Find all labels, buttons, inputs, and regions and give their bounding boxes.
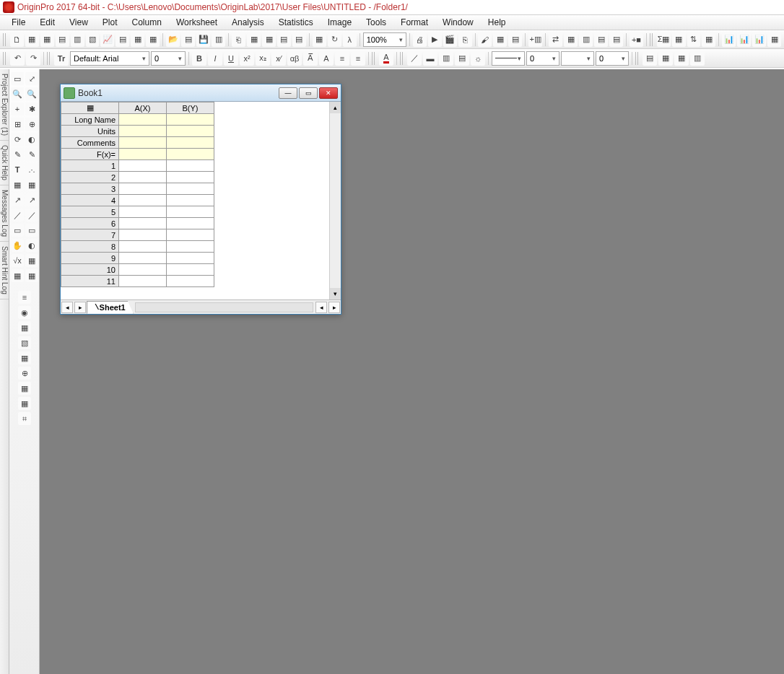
layer7-icon[interactable]: ▦ xyxy=(18,382,31,395)
chart4-icon[interactable]: ▦ xyxy=(767,32,781,47)
cell[interactable] xyxy=(167,253,214,264)
panner-icon[interactable]: ⊞ xyxy=(11,118,24,131)
zoom-combo[interactable]: 100% xyxy=(363,32,406,47)
worksheet-grid[interactable]: ▦ A(X) B(Y) Long Name Units Comments F(x… xyxy=(61,102,214,287)
row-header[interactable]: 7 xyxy=(61,229,119,241)
layout-icon[interactable]: ▥ xyxy=(690,51,705,66)
align-center-icon[interactable]: ≡ xyxy=(351,51,365,66)
extract-icon[interactable]: ▦ xyxy=(674,51,689,66)
new-graph-icon[interactable]: ▤ xyxy=(56,32,69,47)
toolbar-grip[interactable] xyxy=(372,52,376,65)
cell[interactable] xyxy=(119,160,167,172)
reimport-icon[interactable]: ▤ xyxy=(277,32,291,47)
code-builder-icon[interactable]: ▤ xyxy=(508,32,522,47)
slideshow-icon[interactable]: ▶ xyxy=(428,32,442,47)
tab-nav-first[interactable]: ◂ xyxy=(61,302,73,313)
toolbar-grip[interactable] xyxy=(400,52,404,65)
menu-column[interactable]: Column xyxy=(125,16,169,29)
hscroll-right[interactable]: ▸ xyxy=(328,302,340,313)
cell[interactable] xyxy=(167,206,214,218)
cell[interactable] xyxy=(119,218,167,229)
template-icon[interactable]: ▦ xyxy=(131,32,144,47)
line-color-icon[interactable]: ／ xyxy=(407,51,422,66)
scroll-up-icon[interactable]: ▴ xyxy=(330,102,341,113)
marker-size-combo[interactable]: 0 xyxy=(596,51,629,66)
scroll-down-icon[interactable]: ▾ xyxy=(330,288,341,299)
draw-data-icon[interactable]: ✎ xyxy=(25,148,38,161)
screen-reader-icon[interactable]: 🔍 xyxy=(25,87,38,100)
layer5-icon[interactable]: ▦ xyxy=(18,351,31,364)
pointer-icon[interactable]: ▭ xyxy=(11,72,24,85)
chart3-icon[interactable]: 📊 xyxy=(752,32,766,47)
row-header[interactable]: 6 xyxy=(61,218,119,229)
menu-plot[interactable]: Plot xyxy=(95,16,125,29)
fill-color-icon[interactable]: ▬ xyxy=(423,51,437,66)
smart-hint-log-tab[interactable]: Smart Hint Log xyxy=(0,242,9,299)
new-notes-icon[interactable]: ▤ xyxy=(116,32,129,47)
row-header[interactable]: 8 xyxy=(61,241,119,253)
menu-view[interactable]: View xyxy=(62,16,95,29)
project-explorer-tab[interactable]: Project Explorer (1) xyxy=(0,69,9,141)
underline-icon[interactable]: U xyxy=(224,51,238,66)
digitizer-icon[interactable]: ▦ xyxy=(493,32,507,47)
comments-header[interactable]: Comments xyxy=(61,137,119,149)
menu-help[interactable]: Help xyxy=(481,16,513,29)
row-header[interactable]: 5 xyxy=(61,206,119,218)
recalculate-icon[interactable]: λ xyxy=(343,32,357,47)
cell[interactable] xyxy=(119,241,167,253)
cell[interactable] xyxy=(167,183,214,195)
sum-icon[interactable]: Σ▦ xyxy=(657,32,671,47)
row-header[interactable]: 2 xyxy=(61,172,119,183)
rotate-icon[interactable]: ⟳ xyxy=(11,133,24,146)
insert-graph-icon[interactable]: ▦ xyxy=(25,269,38,282)
open-icon[interactable]: 📂 xyxy=(166,32,180,47)
anti-alias-icon[interactable]: ▤ xyxy=(643,51,657,66)
line-tool-icon[interactable]: ↗ xyxy=(11,193,24,206)
refresh-icon[interactable]: ↻ xyxy=(328,32,341,47)
cell[interactable] xyxy=(119,183,167,195)
cell[interactable] xyxy=(119,126,167,137)
italic-icon[interactable]: I xyxy=(208,51,222,66)
layer2-icon[interactable]: ◉ xyxy=(18,306,31,319)
light-icon[interactable]: ☼ xyxy=(471,51,485,66)
send-graph-icon[interactable]: ▥ xyxy=(579,32,593,47)
import-wizard-icon[interactable]: ⎗ xyxy=(232,32,245,47)
cell[interactable] xyxy=(119,149,167,160)
font-big-icon[interactable]: A xyxy=(319,51,334,66)
close-button[interactable]: ✕ xyxy=(319,87,338,99)
add-columns-icon[interactable]: +▥ xyxy=(528,32,542,47)
send-data-icon[interactable]: ▦ xyxy=(564,32,578,47)
new-function-icon[interactable]: 📈 xyxy=(100,32,114,47)
cell[interactable] xyxy=(119,172,167,183)
cell[interactable] xyxy=(119,114,167,126)
command-window-icon[interactable]: ▤ xyxy=(594,32,608,47)
import-multiple-icon[interactable]: ▦ xyxy=(262,32,276,47)
cell[interactable] xyxy=(167,160,214,172)
cell[interactable] xyxy=(119,229,167,241)
row-header[interactable]: 3 xyxy=(61,183,119,195)
pan-icon[interactable]: ✋ xyxy=(11,239,24,252)
cell[interactable] xyxy=(167,126,214,137)
toolbar-grip[interactable] xyxy=(635,52,640,65)
marker-style-combo[interactable] xyxy=(561,51,594,66)
save-icon[interactable]: 💾 xyxy=(196,32,210,47)
mask-icon[interactable]: ◐ xyxy=(25,133,38,146)
toolbar-grip[interactable] xyxy=(3,33,7,46)
menu-tools[interactable]: Tools xyxy=(359,16,393,29)
new-color-icon[interactable]: 🖌 xyxy=(478,32,492,47)
cell[interactable] xyxy=(167,241,214,253)
cell[interactable] xyxy=(119,195,167,206)
maximize-button[interactable]: ▭ xyxy=(299,87,318,99)
fx-header[interactable]: F(x)= xyxy=(61,149,119,160)
font-color-icon[interactable]: A xyxy=(379,51,393,66)
print-icon[interactable]: 🖨 xyxy=(413,32,427,47)
tab-nav-prev[interactable]: ▸ xyxy=(74,302,86,313)
long-name-header[interactable]: Long Name xyxy=(61,114,119,126)
cell[interactable] xyxy=(119,276,167,287)
transfer-icon[interactable]: ⇄ xyxy=(549,32,562,47)
save-template-icon[interactable]: ▥ xyxy=(212,32,225,47)
line-width-combo[interactable]: 0 xyxy=(526,51,559,66)
menu-analysis[interactable]: Analysis xyxy=(225,16,271,29)
layer4-icon[interactable]: ▧ xyxy=(18,336,31,349)
label-icon[interactable]: T xyxy=(11,163,24,176)
